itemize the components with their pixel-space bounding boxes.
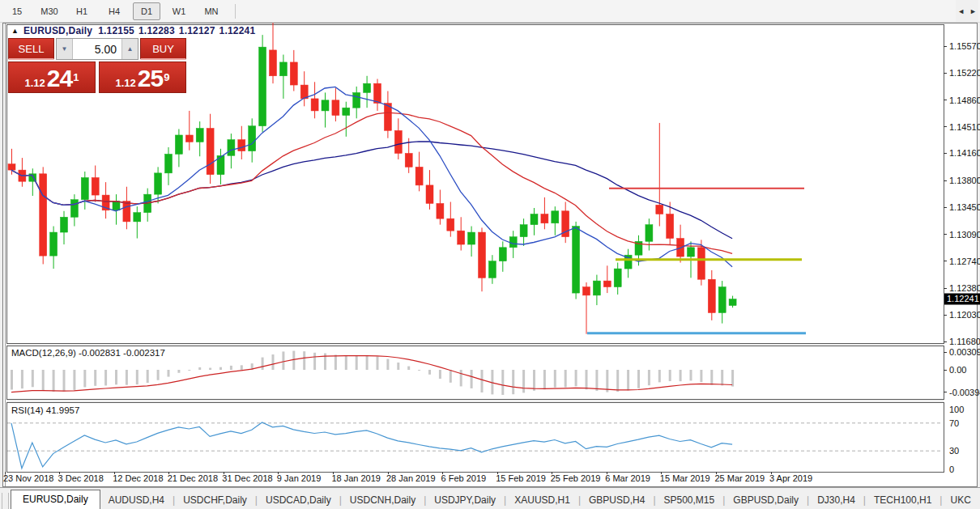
tab-gbpusd-h4[interactable]: GBPUSD,H4: [581, 491, 653, 509]
ohlc-high: 1.12283: [138, 25, 175, 36]
tab-usdchf-daily[interactable]: USDCHF,Daily: [175, 491, 255, 509]
tab-sp500-m15[interactable]: SP500,M15: [656, 491, 723, 509]
triangle-up-icon: ▲: [127, 45, 134, 53]
sell-button[interactable]: SELL: [8, 38, 54, 60]
triangle-down-icon: ▼: [62, 45, 68, 53]
chart-tab-bar: EURUSD,DailyAUDUSD,H4|USDCHF,Daily|USDCA…: [0, 487, 980, 509]
volume-input[interactable]: 5.00: [73, 39, 121, 59]
timeframe-button-h1[interactable]: H1: [68, 2, 96, 20]
chart-title: ▲EURUSD,Daily1.121551.122831.121271.1224…: [11, 25, 255, 36]
volume-increase-button[interactable]: ▲: [121, 39, 138, 59]
timeframe-button-15[interactable]: 15: [3, 2, 31, 20]
sell-price-prefix: 1.12: [25, 77, 45, 89]
toolbar-separator: [235, 4, 236, 19]
tab-ukc[interactable]: UKC: [942, 491, 978, 509]
tab-gbpusd-daily[interactable]: GBPUSD,Daily: [725, 491, 807, 509]
tab-tech100-h1[interactable]: TECH100,H1: [866, 491, 940, 509]
scroll-left-icon[interactable]: ◄: [957, 7, 965, 15]
rsi-label: RSI(14) 41.9957: [11, 405, 79, 415]
tab-audusd-h4[interactable]: AUDUSD,H4: [100, 491, 173, 509]
scroll-right-icon[interactable]: ►: [969, 7, 977, 15]
tab-dj30-h4[interactable]: DJ30,H4: [809, 491, 863, 509]
tab-usdcad-daily[interactable]: USDCAD,Daily: [258, 491, 339, 509]
timeframe-button-mn[interactable]: MN: [198, 2, 225, 20]
chart-symbol-label: EURUSD,Daily: [23, 25, 92, 36]
buy-price-sup: 9: [164, 74, 169, 82]
volume-decrease-button[interactable]: ▼: [57, 39, 73, 59]
one-click-trading-widget: SELL ▼ 5.00 ▲ BUY 1.12 24 1 1.12 25 9: [8, 38, 186, 93]
tab-usdjpy-daily[interactable]: USDJPY,Daily: [426, 491, 504, 509]
buy-price-panel[interactable]: 1.12 25 9: [99, 62, 186, 93]
timeframe-toolbar: 15M30H1H4D1W1MN: [0, 0, 980, 23]
sell-price-big: 24: [47, 68, 72, 89]
buy-price-prefix: 1.12: [116, 77, 136, 89]
tab-bar-grip: [2, 493, 9, 509]
timeframe-button-w1[interactable]: W1: [165, 2, 193, 20]
ohlc-open: 1.12155: [98, 25, 134, 36]
macd-label: MACD(12,26,9) -0.002831 -0.002317: [11, 348, 165, 358]
buy-price-big: 25: [138, 68, 163, 89]
timeframe-button-d1[interactable]: D1: [133, 2, 160, 20]
sell-price-sup: 1: [73, 74, 79, 82]
timeframe-button-m30[interactable]: M30: [36, 2, 63, 20]
ohlc-low: 1.12127: [179, 25, 215, 36]
tab-usdcnh-daily[interactable]: USDCNH,Daily: [342, 491, 424, 509]
timeframe-button-h4[interactable]: H4: [100, 2, 128, 20]
ohlc-close: 1.12241: [219, 25, 256, 36]
volume-stepper: ▼ 5.00 ▲: [56, 38, 138, 60]
window-inner-edge: [5, 23, 6, 486]
buy-button[interactable]: BUY: [140, 38, 186, 60]
tab-eurusd-daily[interactable]: EURUSD,Daily: [11, 490, 100, 509]
tab-scroll-arrows: ◄ ►: [956, 0, 978, 22]
collapse-arrow-icon[interactable]: ▲: [11, 27, 19, 35]
sell-price-panel[interactable]: 1.12 24 1: [8, 62, 96, 93]
tab-xauusd-h1[interactable]: XAUUSD,H1: [506, 491, 578, 509]
